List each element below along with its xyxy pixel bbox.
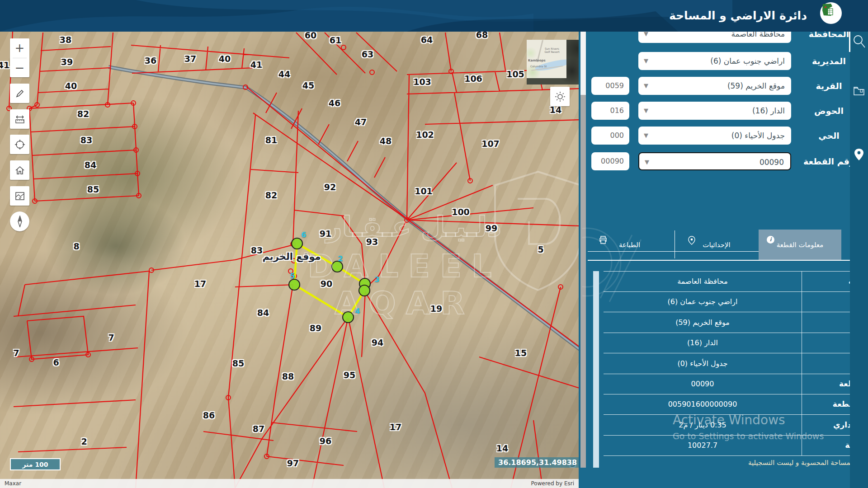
code-field[interactable]: 0059 bbox=[591, 77, 629, 95]
code-field[interactable]: 016 bbox=[591, 102, 629, 120]
form-row: 000جدول الأحياء (0)▼الحي bbox=[579, 127, 868, 145]
parcel-label: 89 bbox=[310, 323, 321, 333]
detail-row: اراضي جنوب عمان (6)المديرية bbox=[604, 291, 861, 312]
tab-coordinates[interactable]: الإحداثيات bbox=[678, 230, 755, 260]
parcel-label: 85 bbox=[87, 184, 99, 194]
parcel-label: 84 bbox=[257, 308, 269, 318]
parcel-search-sidebar: محافظة العاصمة▼المحافظةاراضي جنوب عمان (… bbox=[579, 32, 868, 488]
parcel-label: 94 bbox=[372, 338, 383, 347]
code-field[interactable]: 000 bbox=[591, 127, 629, 145]
parcel-label: 101 bbox=[415, 186, 433, 196]
detail-row: محافظة العاصمةالمحافظة bbox=[604, 271, 861, 292]
parcel-label: 17 bbox=[390, 422, 401, 432]
code-field[interactable]: 00090 bbox=[591, 152, 629, 170]
location-pin-icon[interactable] bbox=[850, 148, 868, 161]
home-extent-button[interactable] bbox=[10, 160, 29, 180]
dropdown-3[interactable]: الدار (16)▼ bbox=[638, 102, 791, 120]
parcel-label: 37 bbox=[184, 54, 196, 64]
cursor-coordinates: 36.18695,31.49838 bbox=[495, 457, 579, 468]
form-row: 0009000090▼رقم القطعة bbox=[579, 152, 868, 170]
map-attribution-bar: Maxar Powered by Esri bbox=[0, 479, 579, 488]
parcel-label: 44 bbox=[278, 69, 290, 79]
parcel-label: 8 bbox=[73, 241, 79, 251]
parcel-label: 92 bbox=[324, 182, 336, 192]
tabbar-baseline bbox=[588, 260, 866, 261]
dropdown-5[interactable]: 00090▼ bbox=[638, 152, 791, 170]
chevron-down-icon: ▼ bbox=[644, 102, 648, 120]
vertex-label: 5 bbox=[290, 272, 295, 280]
form-row: 016الدار (16)▼الحوض bbox=[579, 102, 868, 120]
vertex-label: 6 bbox=[301, 230, 306, 239]
attribution-esri: Powered by Esri bbox=[531, 480, 574, 487]
parcel-label: 2 bbox=[81, 436, 87, 446]
detail-row: الدار (16)الحوض bbox=[604, 333, 861, 353]
tab-label: معلومات القطعة bbox=[773, 240, 827, 250]
dropdown-4[interactable]: جدول الأحياء (0)▼ bbox=[638, 127, 791, 145]
parcel-label: 86 bbox=[203, 410, 215, 420]
parcel-label: 14 bbox=[496, 443, 508, 453]
top-bar: دائرة الاراضي و المساحة bbox=[0, 0, 868, 32]
parcel-label: 46 bbox=[329, 98, 340, 108]
chevron-down-icon: ▼ bbox=[644, 127, 648, 145]
inset-label: Sun Rivers Golf Resort bbox=[543, 47, 561, 53]
inset-label: Columbia St bbox=[530, 65, 547, 68]
search-icon[interactable] bbox=[850, 34, 868, 49]
location-pin-icon bbox=[688, 236, 695, 247]
dropdown-2[interactable]: موقع الخريم (59)▼ bbox=[638, 77, 791, 95]
parcel-label: 41 bbox=[0, 60, 9, 70]
form-row: محافظة العاصمة▼المحافظة bbox=[579, 32, 868, 43]
department-logo bbox=[820, 2, 842, 24]
compass-button[interactable] bbox=[10, 211, 29, 231]
overview-inset-streetmap: Kamloops Sun Rivers Golf Resort Columbia… bbox=[527, 40, 566, 78]
overview-inset-map[interactable]: Kamloops Sun Rivers Golf Resort Columbia… bbox=[527, 40, 579, 84]
area-footnote: **المساحة المحسوبة و ليست التسجيلية bbox=[604, 459, 861, 467]
basemap-gallery-button[interactable] bbox=[10, 186, 29, 206]
daleel-aqar-shield-watermark bbox=[486, 167, 579, 294]
scale-bar: 100 متر bbox=[10, 458, 61, 470]
tab-label: الإحداثيات bbox=[703, 241, 730, 249]
vertex-label: 2 bbox=[338, 254, 343, 263]
zoom-control: + − bbox=[10, 38, 29, 77]
tool-rail bbox=[850, 32, 868, 488]
measure-tool-button[interactable] bbox=[10, 109, 29, 129]
dropdown-1[interactable]: اراضي جنوب عمان (6)▼ bbox=[638, 52, 791, 70]
inset-label: Kamloops bbox=[528, 59, 546, 62]
daylight-widget-button[interactable] bbox=[550, 87, 570, 106]
tab-label: الطباعة bbox=[619, 241, 640, 249]
parcel-label: 41 bbox=[250, 60, 262, 70]
parcel-label: 106 bbox=[464, 74, 482, 84]
ruler-icon bbox=[14, 114, 25, 124]
dropdown-0[interactable]: محافظة العاصمة▼ bbox=[638, 32, 791, 43]
village-name-label: موقع الخريم bbox=[262, 251, 321, 262]
parcel-label: 14 bbox=[550, 105, 561, 115]
parcel-label: 85 bbox=[232, 358, 244, 368]
parcel-label: 7 bbox=[13, 348, 19, 358]
zoom-out-button[interactable]: − bbox=[10, 58, 29, 77]
tab-print[interactable]: الطباعة bbox=[592, 230, 667, 260]
parcel-label: 48 bbox=[380, 136, 392, 146]
detail-row: جدول الأحياء (0)الحي bbox=[604, 353, 861, 374]
zoom-in-button[interactable]: + bbox=[10, 38, 29, 58]
locate-tool-button[interactable] bbox=[10, 135, 29, 154]
jordan-map-icon bbox=[820, 2, 835, 18]
parcel-label: 88 bbox=[282, 371, 294, 381]
parcel-label: 97 bbox=[287, 458, 299, 468]
parcel-label: 103 bbox=[413, 77, 431, 87]
tab-separator bbox=[675, 230, 675, 258]
parcel-label: 15 bbox=[515, 348, 527, 358]
printer-icon bbox=[599, 236, 608, 246]
parcel-label: 68 bbox=[476, 32, 488, 40]
pencil-icon bbox=[15, 89, 25, 99]
parcel-label: 107 bbox=[481, 139, 500, 149]
map-canvas[interactable]: دلـيـل عـقـار DALEEL AQAR 38394036374041… bbox=[0, 32, 579, 488]
archive-folder-icon[interactable] bbox=[850, 86, 868, 96]
parcel-label: 96 bbox=[320, 436, 331, 446]
detail-value: جدول الأحياء (0) bbox=[604, 353, 802, 374]
parcel-label: 82 bbox=[77, 109, 89, 119]
detail-value: محافظة العاصمة bbox=[604, 271, 802, 291]
crosshair-icon bbox=[14, 139, 25, 150]
detail-value: اراضي جنوب عمان (6) bbox=[604, 291, 802, 312]
tab-parcel-info[interactable]: i معلومات القطعة bbox=[759, 230, 841, 260]
attribution-maxar: Maxar bbox=[5, 480, 21, 487]
draw-tool-button[interactable] bbox=[10, 84, 29, 103]
